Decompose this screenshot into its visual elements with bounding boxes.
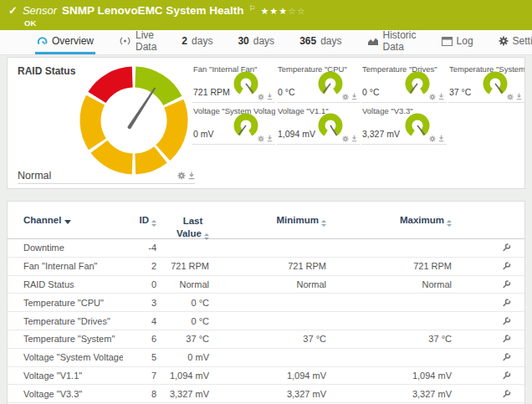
sensor-overview-page: ✓ Sensor SNMP LenovoEMC System Health ⚐ …	[0, 0, 532, 404]
mini-gauge-tile: Temperature "System" 37 °C	[448, 61, 524, 103]
cell-id: 3	[123, 298, 156, 308]
cell-last-value: Normal	[156, 279, 209, 289]
raid-status-value: Normal	[18, 170, 177, 182]
mini-gauge-tile: Fan "Internal Fan" 721 RPM	[192, 61, 275, 103]
pin-to-dashboard-icon[interactable]	[267, 93, 273, 100]
tab-label: days	[320, 35, 341, 47]
cell-id: 5	[123, 352, 156, 362]
mini-gauge-value: 0 mV	[193, 129, 214, 139]
tab-30-days[interactable]: 30 days	[236, 30, 276, 54]
cell-minimum: 721 RPM	[209, 261, 326, 271]
sensor-status-header: ✓ Sensor SNMP LenovoEMC System Health ⚐ …	[0, 0, 532, 30]
edit-channel-wrench-icon[interactable]	[502, 334, 512, 344]
cell-channel: Temperature "Drives"	[8, 316, 123, 326]
cell-minimum: 3,327 mV	[209, 389, 326, 399]
tab-label: Live Data	[136, 29, 156, 53]
cell-channel: RAID Status	[8, 279, 123, 289]
channel-table-row: Temperature "Drives" 4 0 °C	[8, 312, 524, 330]
pin-to-dashboard-icon[interactable]	[267, 135, 273, 142]
mini-gauge-value: 1,094 mV	[278, 129, 315, 139]
edit-channel-wrench-icon[interactable]	[502, 261, 512, 271]
mini-gauge-value: 721 RPM	[193, 87, 230, 97]
pin-to-dashboard-icon[interactable]	[516, 93, 522, 100]
sort-caret-icon	[64, 220, 71, 224]
edit-channel-wrench-icon[interactable]	[502, 279, 512, 289]
flag-icon: ⚐	[248, 4, 255, 13]
cell-last-value: 3,327 mV	[156, 389, 209, 399]
cell-last-value: 0 °C	[156, 298, 209, 308]
cell-id: 8	[123, 389, 156, 399]
tab-365-days[interactable]: 365 days	[298, 30, 343, 54]
cell-id: 4	[123, 316, 156, 326]
gauge-settings-gear-icon[interactable]	[177, 171, 186, 180]
stars-filled: ★★★	[261, 6, 289, 16]
edit-channel-wrench-icon[interactable]	[502, 298, 512, 308]
channel-table-row: Voltage "System Voltage (... 5 0 mV	[8, 349, 524, 367]
cell-id: 0	[123, 279, 156, 289]
tab-label: days	[253, 35, 274, 47]
stars-hollow: ☆☆	[288, 6, 306, 16]
edit-channel-wrench-icon[interactable]	[502, 316, 512, 326]
edit-channel-wrench-icon[interactable]	[502, 389, 512, 399]
tab-number: 30	[238, 35, 248, 47]
mini-gauge-tile: Voltage "System Voltage (12... 0 mV	[192, 103, 275, 145]
rating-stars[interactable]: ★★★☆☆	[261, 6, 306, 17]
column-header-id[interactable]: ID	[123, 215, 156, 228]
gauge-settings-gear-icon[interactable]	[429, 136, 436, 142]
gauge-settings-gear-icon[interactable]	[258, 136, 264, 142]
cell-channel: Voltage "System Voltage (...	[8, 352, 123, 362]
tab-label: Settings	[513, 35, 532, 47]
tab-label: days	[192, 35, 212, 47]
cell-maximum: Normal	[326, 279, 452, 289]
pin-to-dashboard-icon[interactable]	[351, 135, 357, 142]
cell-maximum: 721 RPM	[326, 261, 452, 271]
cell-id: 6	[123, 334, 156, 344]
cell-last-value: 721 RPM	[156, 261, 209, 271]
pin-to-dashboard-icon[interactable]	[438, 93, 444, 100]
cell-id: 2	[123, 261, 156, 271]
raid-gauge-title: RAID Status	[18, 65, 75, 77]
pin-to-dashboard-icon[interactable]	[351, 93, 357, 100]
pin-to-dashboard-icon[interactable]	[438, 135, 444, 142]
tab-label: Log	[457, 35, 473, 47]
cell-channel: Voltage "V3.3"	[8, 389, 123, 399]
tab-label: Historic Data	[383, 29, 417, 53]
gauge-settings-gear-icon[interactable]	[342, 94, 349, 100]
column-header-minimum[interactable]: Minimum	[209, 215, 326, 228]
cell-last-value: 1,094 mV	[156, 371, 209, 381]
cell-minimum: Normal	[209, 279, 326, 289]
edit-channel-wrench-icon[interactable]	[502, 243, 512, 253]
gauge-settings-gear-icon[interactable]	[429, 94, 436, 100]
edit-channel-wrench-icon[interactable]	[502, 371, 512, 381]
column-header-maximum[interactable]: Maximum	[326, 215, 452, 228]
edit-channel-wrench-icon[interactable]	[502, 352, 512, 362]
tab-label: Overview	[52, 35, 94, 47]
tab-overview[interactable]: Overview	[35, 30, 95, 54]
tab-historic-data[interactable]: Historic Data	[366, 30, 418, 54]
mini-gauge-value: 0 °C	[362, 87, 380, 97]
tab-2-days[interactable]: 2 days	[180, 30, 214, 54]
table-header-row: Channel ID LastValue Minimum Maximum	[8, 202, 524, 239]
cell-last-value: 37 °C	[156, 334, 209, 344]
column-header-channel[interactable]: Channel	[8, 215, 123, 225]
gauge-settings-gear-icon[interactable]	[342, 136, 349, 142]
tab-live-data[interactable]: Live Data	[117, 30, 158, 54]
column-header-last-value[interactable]: LastValue	[156, 215, 209, 241]
cell-last-value: 0 °C	[156, 316, 209, 326]
sort-arrows-icon	[321, 220, 326, 227]
raid-status-gauge	[78, 64, 190, 176]
mini-gauge-value: 37 °C	[449, 87, 471, 97]
channel-table-panel: Channel ID LastValue Minimum Maximum Dow…	[7, 201, 525, 404]
raid-gauge-footer: Normal	[18, 168, 195, 184]
gauge-settings-gear-icon[interactable]	[258, 94, 264, 100]
gauge-settings-gear-icon[interactable]	[507, 94, 514, 100]
sort-arrows-icon	[204, 233, 209, 240]
tab-number: 365	[299, 35, 316, 47]
cell-maximum: 3,327 mV	[326, 389, 452, 399]
tab-log[interactable]: Log	[440, 30, 475, 54]
sensor-kind-label: Sensor	[23, 4, 57, 17]
tab-settings[interactable]: Settings	[497, 30, 532, 54]
pin-to-dashboard-icon[interactable]	[188, 171, 195, 180]
cell-minimum: 1,094 mV	[209, 371, 326, 381]
channel-table-row: Temperature "System" 6 37 °C 37 °C 37 °C	[8, 330, 524, 349]
